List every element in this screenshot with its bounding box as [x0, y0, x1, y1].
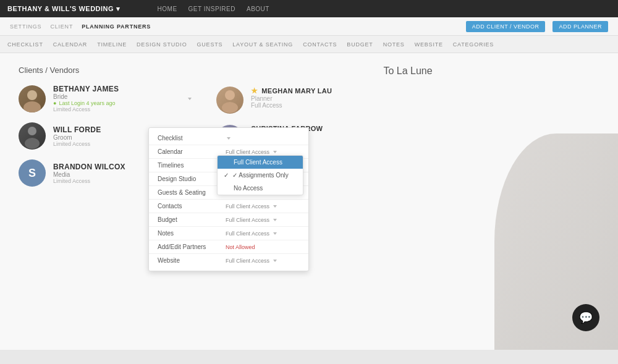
- tab-website[interactable]: WEBSITE: [415, 41, 443, 48]
- tab-design-studio[interactable]: DESIGN STUDIO: [137, 41, 187, 48]
- bethany-name: BETHANY JAMES: [53, 85, 119, 93]
- top-nav-home[interactable]: HOME: [158, 6, 177, 12]
- chat-button[interactable]: 💬: [572, 304, 599, 331]
- person-info-brandon: BRANDON WILCOX Media Limited Access: [53, 163, 125, 184]
- will-role: Groom: [53, 134, 101, 141]
- perm-row-website[interactable]: Website Full Client Access: [149, 254, 308, 267]
- bethany-access: Limited Access: [53, 106, 119, 112]
- perm-value-calendar[interactable]: Full Client Access: [226, 149, 300, 155]
- perm-label-design-studio: Design Studio: [158, 176, 226, 182]
- perm-label-budget: Budget: [158, 216, 226, 223]
- checklist-dropdown: Full Client Access ✓ Assignments Only No…: [217, 155, 303, 195]
- planner-card-meghan: ★ MEGHAN MARY LAU Planner Full Access: [216, 87, 599, 114]
- person-card-bethany: BETHANY JAMES Bride ● Last Login 4 years…: [19, 85, 192, 112]
- top-nav: HOME GET INSPIRED ABOUT: [158, 6, 269, 12]
- perm-value-website[interactable]: Full Client Access: [226, 258, 300, 264]
- perm-label-contacts: Contacts: [158, 203, 226, 210]
- nav-client[interactable]: CLIENT: [50, 23, 73, 30]
- left-panel: Clients / Vendors BETHANY JAMES Bride ● …: [19, 66, 192, 337]
- brand-name: BETHANY & WILL'S WEDDING: [7, 5, 114, 12]
- right-panel-title: To La Lune: [216, 66, 599, 77]
- meghan-role: Planner: [251, 95, 332, 102]
- meghan-access: Full Access: [251, 102, 332, 109]
- permission-panel: Checklist Full Client Access ✓ Assignmen…: [148, 127, 309, 271]
- secondary-nav-right: ADD CLIENT / VENDOR ADD PLANNER: [464, 21, 608, 32]
- add-client-vendor-button[interactable]: ADD CLIENT / VENDOR: [466, 21, 546, 32]
- person-info-will: WILL FORDE Groom Limited Access: [53, 125, 101, 147]
- perm-row-contacts[interactable]: Contacts Full Client Access: [149, 200, 308, 213]
- avatar-bethany: [19, 85, 46, 112]
- brand-chevron-icon: ▾: [116, 5, 121, 13]
- will-name: WILL FORDE: [53, 125, 101, 134]
- perm-value-budget[interactable]: Full Client Access: [226, 217, 300, 223]
- perm-label-website: Website: [158, 257, 226, 264]
- brand-logo[interactable]: BETHANY & WILL'S WEDDING ▾: [7, 5, 121, 13]
- nav-planning-partners[interactable]: PLANNING PARTNERS: [82, 23, 151, 30]
- avatar-will: [19, 122, 46, 150]
- tab-notes[interactable]: NOTES: [383, 41, 405, 48]
- perm-value-checklist[interactable]: [226, 137, 300, 140]
- perm-row-notes[interactable]: Notes Full Client Access: [149, 227, 308, 240]
- bethany-chevron-icon: [188, 98, 192, 100]
- bethany-login: ● Last Login 4 years ago: [53, 100, 119, 106]
- dropdown-item-full-access[interactable]: Full Client Access: [218, 156, 303, 169]
- perm-label-calendar: Calendar: [158, 148, 226, 155]
- tab-budget[interactable]: BUDGET: [347, 41, 373, 48]
- svg-point-5: [222, 102, 238, 113]
- nav-settings[interactable]: SETTINGS: [10, 23, 41, 30]
- dropdown-item-assignments-only[interactable]: ✓ Assignments Only: [218, 169, 303, 182]
- perm-value-add-edit-partners[interactable]: Not Allowed: [226, 244, 300, 250]
- bethany-role: Bride: [53, 93, 119, 100]
- perm-label-guests-seating: Guests & Seating: [158, 189, 226, 196]
- secondary-nav-left: SETTINGS CLIENT PLANNING PARTNERS: [10, 23, 457, 30]
- perm-value-notes[interactable]: Full Client Access: [226, 231, 300, 237]
- perm-label-checklist: Checklist: [158, 135, 226, 142]
- top-bar: BETHANY & WILL'S WEDDING ▾ HOME GET INSP…: [0, 0, 618, 17]
- main-content: Clients / Vendors BETHANY JAMES Bride ● …: [0, 53, 618, 350]
- perm-value-contacts[interactable]: Full Client Access: [226, 203, 300, 210]
- tab-timeline[interactable]: TIMELINE: [97, 41, 127, 48]
- svg-point-1: [23, 101, 41, 112]
- tab-layout-seating[interactable]: LAYOUT & SEATING: [232, 41, 293, 48]
- perm-row-checklist[interactable]: Checklist Full Client Access ✓ Assignmen…: [149, 132, 308, 145]
- perm-row-budget[interactable]: Budget Full Client Access: [149, 213, 308, 227]
- perm-row-add-edit-partners[interactable]: Add/Edit Partners Not Allowed: [149, 240, 308, 254]
- svg-point-2: [28, 127, 36, 135]
- brandon-access: Limited Access: [53, 178, 125, 184]
- will-access: Limited Access: [53, 141, 101, 147]
- tab-calendar[interactable]: CALENDAR: [53, 41, 87, 48]
- top-nav-about[interactable]: ABOUT: [247, 6, 269, 12]
- perm-label-timelines: Timelines: [158, 162, 226, 169]
- svg-point-3: [25, 138, 40, 149]
- tab-categories[interactable]: CATEGORIES: [453, 41, 494, 48]
- avatar-brandon: S: [19, 159, 46, 187]
- bethany-access-badge[interactable]: [188, 98, 192, 100]
- meghan-name: ★ MEGHAN MARY LAU: [251, 87, 332, 95]
- tab-contacts[interactable]: CONTACTS: [303, 41, 337, 48]
- person-info-bethany: BETHANY JAMES Bride ● Last Login 4 years…: [53, 85, 119, 112]
- svg-point-4: [225, 90, 235, 100]
- perm-label-add-edit-partners: Add/Edit Partners: [158, 243, 226, 250]
- secondary-nav: SETTINGS CLIENT PLANNING PARTNERS ADD CL…: [0, 17, 618, 36]
- meghan-star-icon: ★: [251, 87, 258, 95]
- tab-checklist[interactable]: CHECKLIST: [7, 41, 43, 48]
- perm-label-notes: Notes: [158, 230, 226, 237]
- brandon-role: Media: [53, 171, 125, 178]
- planner-info-meghan: ★ MEGHAN MARY LAU Planner Full Access: [251, 87, 332, 109]
- brandon-name: BRANDON WILCOX: [53, 163, 125, 171]
- tab-guests[interactable]: GUESTS: [197, 41, 222, 48]
- tab-nav: CHECKLIST CALENDAR TIMELINE DESIGN STUDI…: [0, 36, 618, 53]
- top-nav-inspired[interactable]: GET INSPIRED: [188, 6, 235, 12]
- decorative-silhouette: [494, 133, 618, 350]
- chat-icon: 💬: [579, 311, 593, 324]
- svg-point-0: [27, 90, 37, 100]
- avatar-meghan: [216, 87, 243, 114]
- dropdown-item-no-access[interactable]: No Access: [218, 182, 303, 195]
- clients-vendors-title: Clients / Vendors: [19, 66, 192, 75]
- add-planner-button[interactable]: ADD PLANNER: [552, 21, 608, 32]
